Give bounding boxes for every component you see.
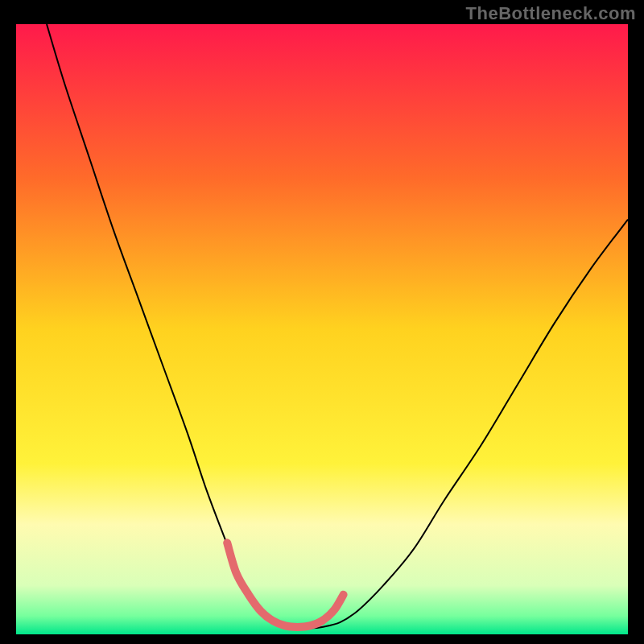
bottleneck-chart [0,0,644,644]
plot-background [16,24,628,634]
watermark-text: TheBottleneck.com [466,3,636,24]
chart-stage: TheBottleneck.com [0,0,644,644]
